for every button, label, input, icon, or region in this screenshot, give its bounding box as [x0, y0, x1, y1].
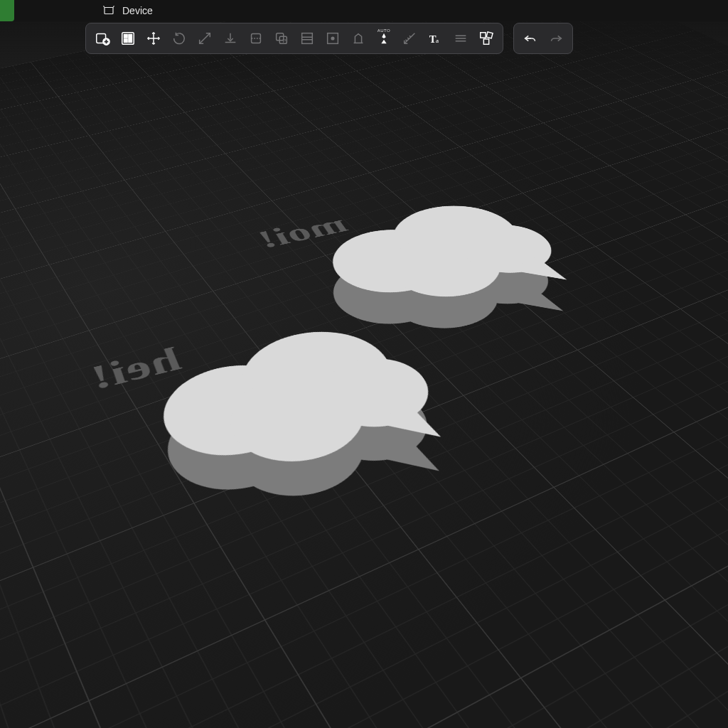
svg-rect-18	[483, 39, 488, 44]
svg-rect-4	[124, 35, 128, 38]
place-on-face-button[interactable]	[218, 26, 242, 50]
toolbar-history-group	[513, 23, 573, 54]
assembly-button[interactable]	[474, 26, 498, 50]
svg-rect-6	[124, 39, 128, 43]
scale-button[interactable]	[193, 26, 217, 50]
device-icon	[102, 4, 115, 17]
mesh-simplify-button[interactable]	[295, 26, 319, 50]
device-tab-label: Device	[122, 5, 153, 16]
build-plate[interactable]: hei! moi!	[0, 0, 728, 728]
undo-button[interactable]	[518, 26, 542, 50]
clone-button[interactable]: P	[269, 26, 294, 50]
auto-orient-button[interactable]: AUTO	[372, 26, 396, 50]
mesh-repair-button[interactable]	[321, 26, 345, 50]
auto-orient-badge: AUTO	[378, 28, 391, 33]
svg-rect-0	[105, 8, 113, 14]
toolbar: P AUTO	[85, 21, 573, 55]
move-button[interactable]	[141, 26, 166, 50]
seam-paint-button[interactable]	[449, 26, 473, 50]
viewport-3d[interactable]: hei! moi!	[0, 0, 728, 728]
titlebar: Device	[0, 0, 728, 21]
toolbar-main-group: P AUTO	[85, 23, 503, 54]
redo-button[interactable]	[544, 26, 568, 50]
rotate-button[interactable]	[167, 26, 191, 50]
text-tool-button[interactable]: T a	[423, 26, 447, 50]
variable-layer-height-button[interactable]	[346, 26, 370, 50]
measure-button[interactable]	[397, 26, 422, 50]
svg-rect-5	[129, 35, 132, 43]
active-tab-edge	[0, 0, 14, 21]
arrange-button[interactable]	[116, 26, 140, 50]
svg-rect-16	[481, 33, 486, 38]
add-plate-button[interactable]	[90, 26, 114, 50]
svg-text:a: a	[436, 37, 439, 44]
device-tab[interactable]: Device	[102, 4, 153, 17]
svg-rect-17	[486, 32, 493, 38]
svg-rect-7	[252, 34, 261, 43]
cut-button[interactable]	[244, 26, 268, 50]
svg-rect-11	[302, 33, 313, 44]
svg-point-13	[331, 37, 334, 40]
svg-text:P: P	[283, 38, 287, 44]
